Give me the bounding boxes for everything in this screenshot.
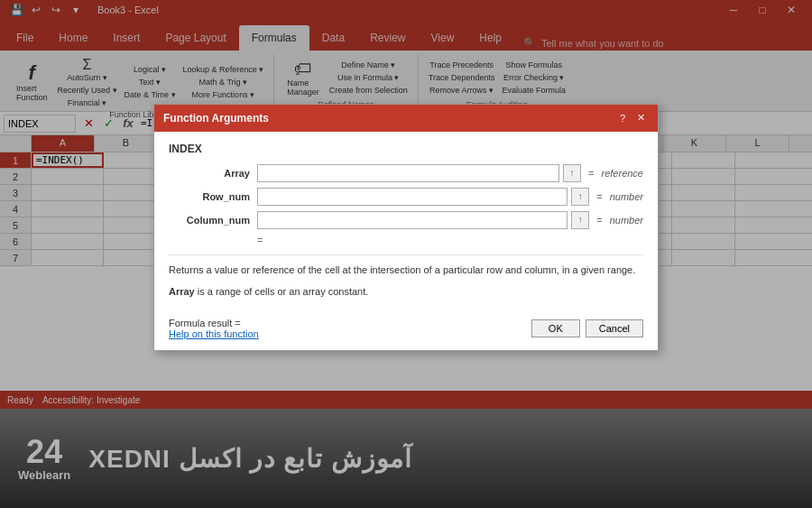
function-arguments-dialog: Function Arguments ? ✕ INDEX Array ↑ = r… bbox=[153, 104, 659, 351]
arg-eq-array: = bbox=[588, 168, 594, 179]
arg-collapse-array[interactable]: ↑ bbox=[563, 164, 581, 182]
arg-input-wrap-rownum: ↑ bbox=[257, 188, 589, 206]
dialog-cancel-button[interactable]: Cancel bbox=[586, 319, 643, 337]
dialog-ok-button[interactable]: OK bbox=[531, 319, 580, 337]
arg-label-rownum: Row_num bbox=[169, 191, 250, 202]
arg-input-colnum[interactable] bbox=[257, 211, 567, 229]
dialog-help-btn[interactable]: ? bbox=[614, 110, 631, 126]
dialog-description: Returns a value or reference of the cell… bbox=[169, 263, 643, 278]
dialog-args: Array ↑ = reference Row_num ↑ = bbox=[169, 164, 643, 245]
arg-input-wrap-colnum: ↑ bbox=[257, 211, 589, 229]
dialog-footer-left: Formula result = Help on this function bbox=[169, 318, 259, 339]
help-on-function-link[interactable]: Help on this function bbox=[169, 328, 259, 339]
dialog-func-name: INDEX bbox=[169, 143, 643, 155]
arg-label-colnum: Column_num bbox=[169, 215, 250, 226]
dialog-divider bbox=[169, 254, 643, 255]
arg-desc-text: is a range of cells or an array constant… bbox=[195, 286, 369, 297]
dialog-overlay[interactable]: Function Arguments ? ✕ INDEX Array ↑ = r… bbox=[0, 0, 812, 508]
arg-collapse-colnum[interactable]: ↑ bbox=[571, 211, 589, 229]
arg-result-colnum: number bbox=[610, 215, 643, 226]
arg-input-wrap-array: ↑ bbox=[257, 164, 581, 182]
arg-result-array: reference bbox=[602, 168, 643, 179]
arg-row-rownum: Row_num ↑ = number bbox=[169, 188, 643, 206]
arg-eq-colnum: = bbox=[596, 215, 602, 226]
arg-row-array: Array ↑ = reference bbox=[169, 164, 643, 182]
dialog-title-buttons: ? ✕ bbox=[614, 110, 649, 126]
arg-input-array[interactable] bbox=[257, 164, 559, 182]
arg-eq-final: = bbox=[257, 235, 263, 245]
dialog-title-text: Function Arguments bbox=[163, 112, 269, 125]
arg-row-eq: = bbox=[169, 235, 643, 245]
arg-collapse-rownum[interactable]: ↑ bbox=[571, 188, 589, 206]
dialog-arg-description: Array is a range of cells or an array co… bbox=[169, 284, 643, 300]
formula-result-label: Formula result = bbox=[169, 318, 259, 328]
dialog-close-btn[interactable]: ✕ bbox=[632, 110, 649, 126]
arg-row-colnum: Column_num ↑ = number bbox=[169, 211, 643, 229]
dialog-footer: Formula result = Help on this function O… bbox=[154, 310, 658, 350]
arg-label-array: Array bbox=[169, 168, 250, 179]
arg-eq-rownum: = bbox=[596, 191, 602, 202]
arg-input-rownum[interactable] bbox=[257, 188, 567, 206]
dialog-body: INDEX Array ↑ = reference Row_num bbox=[154, 132, 658, 310]
arg-result-rownum: number bbox=[610, 191, 643, 202]
dialog-title-bar: Function Arguments ? ✕ bbox=[154, 105, 658, 132]
dialog-footer-btns: OK Cancel bbox=[531, 319, 643, 337]
arg-desc-name: Array bbox=[169, 286, 195, 297]
